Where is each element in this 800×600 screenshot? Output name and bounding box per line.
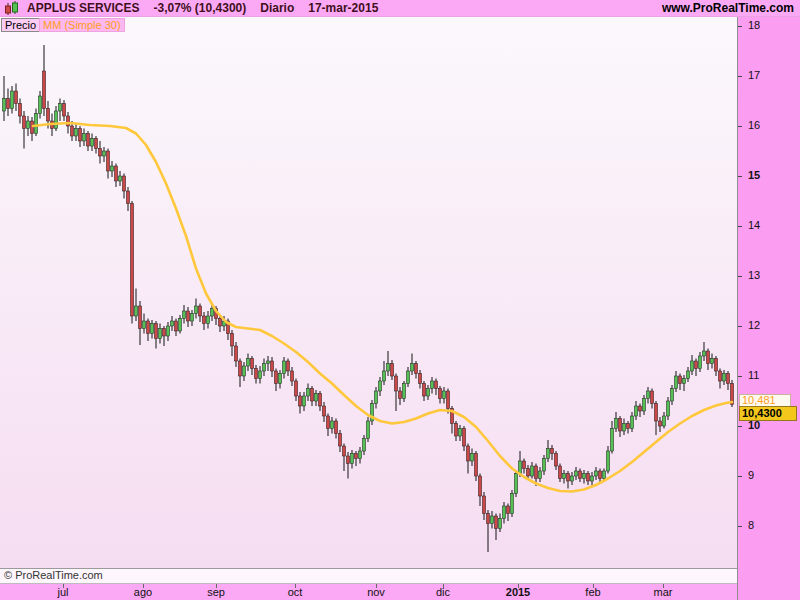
time-axis-label: dic xyxy=(436,586,450,598)
price-axis-tick xyxy=(738,326,742,327)
price-axis-tick xyxy=(738,76,742,77)
timeframe-label: Diario xyxy=(260,1,294,15)
price-chart-canvas[interactable] xyxy=(0,17,737,568)
price-axis-label: 11 xyxy=(748,369,759,381)
title-bar: APPLUS SERVICES -3,07% (10,4300) Diario … xyxy=(0,0,800,17)
price-axis-tick xyxy=(738,476,742,477)
symbol-name: APPLUS SERVICES xyxy=(27,1,139,15)
time-axis-label: sep xyxy=(207,586,225,598)
time-axis-label: ago xyxy=(134,586,152,598)
price-axis-tick xyxy=(738,276,742,277)
prorealtime-chart-window: APPLUS SERVICES -3,07% (10,4300) Diario … xyxy=(0,0,800,600)
time-axis[interactable]: julagosepoctnovdic2015febmar xyxy=(0,583,737,600)
time-axis-label: feb xyxy=(585,586,600,598)
time-axis-label: mar xyxy=(654,586,673,598)
prorealtime-website-label: www.ProRealTime.com xyxy=(662,1,794,15)
candlestick-icon xyxy=(3,0,21,16)
time-axis-label: nov xyxy=(367,586,385,598)
price-axis-label: 14 xyxy=(748,219,760,231)
copyright-watermark: © ProRealTime.com xyxy=(0,568,737,583)
price-pane-tag[interactable]: Precio xyxy=(1,18,40,32)
price-axis-tick xyxy=(738,126,742,127)
price-axis-label: 8 xyxy=(748,519,754,531)
price-axis-label: 12 xyxy=(748,319,760,331)
date-label: 17-mar-2015 xyxy=(308,1,378,15)
moving-average-tag[interactable]: MM (Simple 30) xyxy=(39,18,125,32)
time-axis-label: jul xyxy=(57,586,68,598)
price-axis-tick xyxy=(738,226,742,227)
price-axis-tick xyxy=(738,376,742,377)
price-axis-tick xyxy=(738,26,742,27)
price-axis-label: 17 xyxy=(748,69,760,81)
price-axis-label: 9 xyxy=(748,469,754,481)
price-axis-label: 13 xyxy=(748,269,760,281)
time-axis-label: oct xyxy=(288,586,303,598)
time-axis-label: 2015 xyxy=(506,586,530,598)
price-axis-label: 18 xyxy=(748,19,760,31)
price-axis-tick xyxy=(738,526,742,527)
price-axis-label: 16 xyxy=(748,119,760,131)
last-price-label: 10,4300 xyxy=(739,406,797,421)
change-and-price: -3,07% (10,4300) xyxy=(153,1,246,15)
price-axis-tick xyxy=(738,176,742,177)
price-axis-tick xyxy=(738,426,742,427)
price-axis-label: 15 xyxy=(748,169,760,181)
chart-plot-area[interactable]: Precio MM (Simple 30) xyxy=(0,17,737,568)
price-axis[interactable]: 10,481 10,4300 89101112131415161718 xyxy=(737,17,800,600)
